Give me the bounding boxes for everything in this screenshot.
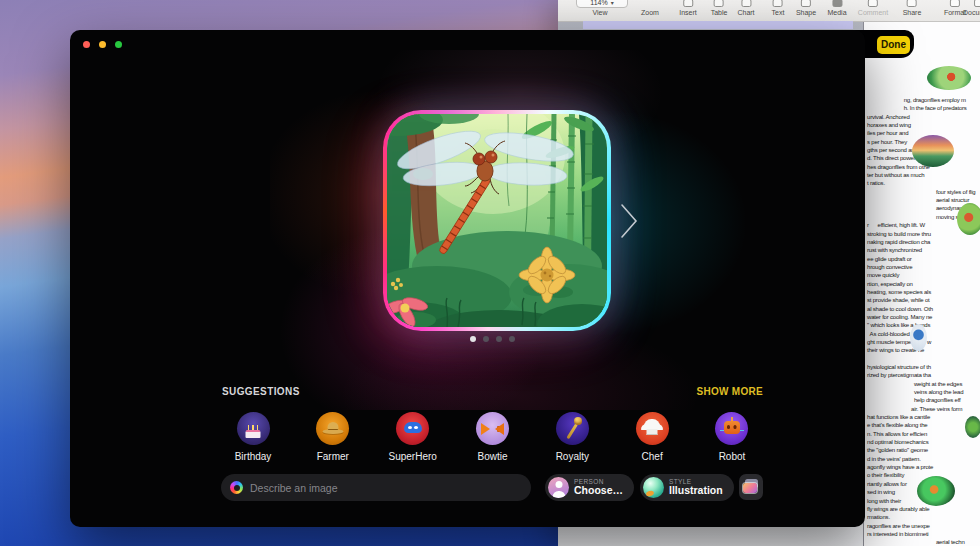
suggestion-label: Farmer [317, 451, 349, 462]
document-line: water for cooling. Many ne [867, 313, 980, 321]
document-line: naking rapid direction cha [867, 238, 980, 246]
suggestion-chip[interactable]: Chef [621, 412, 683, 462]
photos-picker-button[interactable] [739, 474, 763, 500]
toolbar-button[interactable]: Comment [858, 0, 888, 16]
minimize-button[interactable] [99, 41, 106, 48]
pagination-dot[interactable] [483, 336, 489, 342]
document-line: d in the veins' pattern. [867, 455, 980, 463]
document-line: h. In the face of predators [867, 104, 980, 112]
person-selector[interactable]: PERSON Choose… [545, 474, 634, 501]
text-icon [773, 0, 783, 7]
inline-photo-beetle-small-icon [965, 416, 980, 438]
prompt-field-container [221, 474, 531, 501]
document-line: heating, some species als [867, 288, 980, 296]
toolbar-button[interactable]: Zoom [641, 0, 659, 16]
document-line: horaxes and wing [867, 121, 980, 129]
toolbar-button[interactable]: Shape [796, 0, 816, 16]
toolbar-button[interactable]: Share [903, 0, 922, 16]
document-page[interactable]: ng, dragonflies employ m h. In the face … [863, 22, 980, 546]
royal-scepter-icon [556, 412, 589, 445]
suggestion-chip[interactable]: Bowtie [461, 412, 523, 462]
pages-toolbar: View Zoom Insert Table Chart Text [558, 0, 980, 22]
describe-image-input[interactable] [250, 482, 522, 494]
document-line: ter but without as much [867, 171, 980, 179]
person-avatar-icon [548, 477, 569, 498]
document-line: hysiological structure of th [867, 363, 980, 371]
toolbar-button[interactable]: Document [963, 0, 980, 16]
suggestion-label: Robot [719, 451, 746, 462]
toolbar-button[interactable]: Table [711, 0, 728, 16]
toolbar-button[interactable]: Media [827, 0, 846, 16]
suggestions-heading: SUGGESTIONS [222, 386, 300, 397]
document-line: aerial structur [867, 196, 980, 204]
chevron-down-icon [611, 0, 614, 6]
zoom-level-control[interactable]: 114% [576, 0, 628, 8]
person-value: Choose… [574, 485, 623, 496]
next-image-button[interactable] [620, 203, 638, 239]
bowtie-icon [476, 412, 509, 445]
superhero-mask-icon [396, 412, 429, 445]
document-line [867, 355, 980, 363]
illustration-style-icon [643, 477, 664, 498]
pagination-dot[interactable] [509, 336, 515, 342]
table-icon [714, 0, 724, 7]
style-value: Illustration [669, 485, 723, 496]
inline-photo-red-dragonfly-icon [957, 203, 980, 235]
suggestion-chip[interactable]: Royalty [541, 412, 603, 462]
image-playground-window: SUGGESTIONS SHOW MORE Birthday Farmer Su… [70, 30, 865, 527]
document-line: ragonflies are the unexpe [867, 522, 980, 530]
close-button[interactable] [83, 41, 90, 48]
document-line: air. These veins form [867, 405, 980, 413]
birthday-cake-icon [237, 412, 270, 445]
document-line: hat functions like a cantile [867, 413, 980, 421]
document-line: e that's flexible along the [867, 421, 980, 429]
suggestion-label: Birthday [235, 451, 272, 462]
fullscreen-button[interactable] [115, 41, 122, 48]
document-line: rs interested in biomimeti [867, 530, 980, 538]
share-icon [907, 0, 917, 7]
document-line: weight at the edges [867, 380, 980, 388]
pagination-dot[interactable] [470, 336, 476, 342]
document-line: fly wings are durably able [867, 505, 980, 513]
toolbar-button[interactable]: Insert [679, 0, 697, 16]
document-line: four styles of flig [867, 188, 980, 196]
document-line: the "golden ratio" geome [867, 446, 980, 454]
style-selector[interactable]: STYLE Illustration [640, 474, 734, 501]
inline-photo-beetle-icon [917, 476, 955, 506]
suggestion-chip[interactable]: SuperHero [382, 412, 444, 462]
document-line: rmations. [867, 513, 980, 521]
document-line: st provide shade, while ot [867, 296, 980, 304]
document-line: hrough convective [867, 263, 980, 271]
document-line: agonfly wings have a prote [867, 463, 980, 471]
suggestion-label: SuperHero [388, 451, 436, 462]
chevron-right-icon [622, 205, 636, 237]
apple-intelligence-icon [230, 481, 243, 494]
photos-icon [743, 483, 757, 493]
toolbar-button[interactable]: Text [772, 0, 785, 16]
pagination-dot[interactable] [496, 336, 502, 342]
done-button[interactable]: Done [877, 36, 910, 54]
insert-icon [683, 0, 693, 7]
window-controls [83, 41, 122, 48]
media-icon [832, 0, 842, 7]
format-icon [950, 0, 960, 7]
show-more-button[interactable]: SHOW MORE [696, 386, 763, 397]
document-line: n. This allows for efficien [867, 430, 980, 438]
document-line: al shade to cool down. Oth [867, 305, 980, 313]
suggestion-label: Royalty [556, 451, 589, 462]
generated-image-card[interactable] [383, 110, 611, 331]
document-icon [974, 0, 980, 7]
suggestion-chip[interactable]: Robot [701, 412, 763, 462]
toolbar-button[interactable]: Chart [737, 0, 754, 16]
zoom-level-value: 114% [590, 0, 607, 6]
comment-icon [868, 0, 878, 7]
document-line: urvival. Anchored [867, 113, 980, 121]
document-text-column: ng, dragonflies employ m h. In the face … [867, 42, 980, 546]
suggestion-chip[interactable]: Birthday [222, 412, 284, 462]
document-line: aerial techn [867, 538, 980, 546]
farmer-hat-icon [316, 412, 349, 445]
chef-hat-icon [636, 412, 669, 445]
suggestion-chip[interactable]: Farmer [302, 412, 364, 462]
chart-icon [741, 0, 751, 7]
suggestion-label: Bowtie [477, 451, 507, 462]
